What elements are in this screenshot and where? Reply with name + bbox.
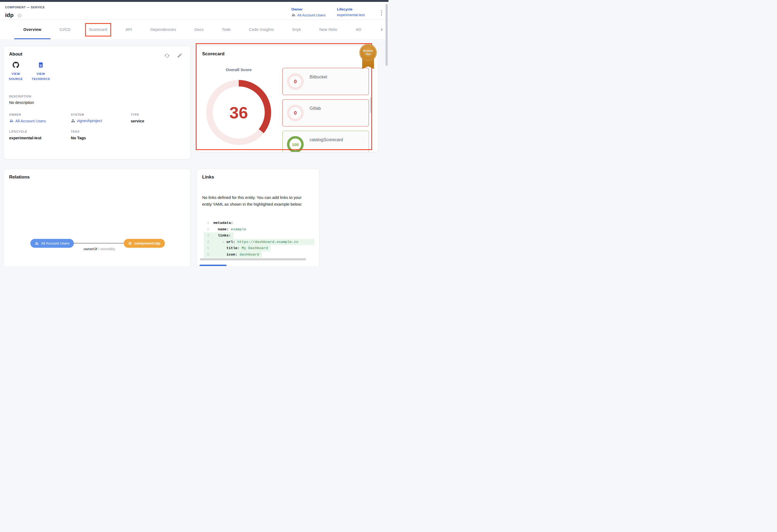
tab-ad[interactable]: AD — [347, 20, 370, 39]
github-icon — [13, 62, 19, 68]
techdocs-document-icon — [37, 62, 44, 68]
code-text: icon: dashboard — [213, 252, 259, 258]
tags-label: TAGS — [71, 130, 80, 133]
scorecard-list-scrollbar[interactable] — [370, 98, 371, 113]
code-horizontal-scrollbar[interactable] — [200, 258, 306, 260]
people-icon — [35, 241, 39, 246]
tab-annotation-rectangle — [85, 23, 111, 36]
system-label: SYSTEM — [71, 113, 84, 116]
code-line-5: 5 title: My Dashboard — [204, 245, 270, 252]
page-vertical-scrollbar[interactable] — [385, 4, 388, 66]
relation-separator: / — [97, 247, 100, 251]
description-value: No description — [9, 100, 34, 105]
yaml-example-code-block: 1metadata:2 name: example3 links:4 - url… — [204, 220, 314, 258]
chip-icon — [128, 241, 132, 245]
score-item-name: catalogScorecard — [310, 137, 343, 142]
relations-card-title: Relations — [9, 174, 30, 180]
header-owner-link[interactable]: All Account Users — [291, 13, 326, 17]
tab-new-relic[interactable]: New Relic — [310, 20, 347, 39]
people-icon — [9, 119, 14, 123]
tab-scorecard[interactable]: Scorecard — [80, 20, 117, 39]
tier-badge-line1: Bronze — [363, 49, 373, 52]
tab-ci-cd[interactable]: CI/CD — [50, 20, 80, 39]
description-label: DESCRIPTION — [9, 95, 31, 98]
relation-node-owner[interactable]: All Account Users — [30, 239, 74, 248]
entity-header: COMPONENT — SERVICE idp Owner All Accoun… — [0, 2, 388, 20]
header-lifecycle: Lifecycle experimental-test — [337, 7, 365, 17]
code-text: metadata: — [213, 220, 233, 226]
code-line-3: 3 links: — [204, 233, 234, 239]
code-text: title: My Dashboard — [213, 245, 268, 252]
line-number: 4 — [204, 239, 209, 245]
relation-edge-line — [73, 243, 126, 244]
overall-score-label: Overall Score — [212, 68, 265, 72]
code-line-1: 1metadata: — [204, 220, 236, 226]
code-text: links: — [213, 233, 231, 239]
line-number: 6 — [204, 252, 209, 258]
line-number: 2 — [204, 226, 209, 233]
entity-overview-page: COMPONENT — SERVICE idp Owner All Accoun… — [0, 0, 388, 266]
code-text: name: example — [213, 226, 246, 233]
tab-dependencies[interactable]: Dependencies — [141, 20, 185, 39]
tab-overview[interactable]: Overview — [14, 20, 50, 39]
relation-node-component[interactable]: component:idp — [124, 239, 165, 248]
owner-value: All Account Users — [15, 119, 46, 123]
favorite-star-icon[interactable] — [17, 13, 22, 18]
score-item-name: Bitbucket — [310, 75, 327, 80]
overall-score-value: 36 — [206, 80, 271, 145]
score-item-bitbucket[interactable]: 0Bitbucket — [283, 68, 369, 95]
edit-pencil-icon[interactable] — [177, 52, 183, 59]
tabs-overflow-chevron-icon[interactable]: › — [378, 20, 386, 39]
bronze-tier-ribbon-badge: Bronze Tier — [360, 44, 376, 69]
tab-todo[interactable]: Todo — [213, 20, 240, 39]
code-line-2: 2 name: example — [204, 226, 249, 233]
page-title: idp — [5, 12, 14, 18]
header-owner-label: Owner — [291, 7, 326, 11]
tab-docs[interactable]: Docs — [185, 20, 213, 39]
type-label: TYPE — [131, 113, 139, 116]
tags-value: No Tags — [71, 136, 86, 140]
tab-code-insights[interactable]: Code Insights — [240, 20, 283, 39]
line-number: 3 — [204, 233, 209, 239]
tab-snyk[interactable]: Snyk — [283, 20, 310, 39]
refresh-icon[interactable] — [164, 52, 171, 59]
code-line-4: 4 - url: https://dashboard.example.co — [204, 239, 314, 245]
code-line-6: 6 icon: dashboard — [204, 252, 262, 258]
system-value: vigneshproject — [77, 119, 102, 123]
owner-label: OWNER — [9, 113, 21, 116]
header-owner: Owner All Account Users — [291, 7, 326, 17]
header-lifecycle-label: Lifecycle — [337, 7, 365, 11]
more-options-kebab-icon[interactable] — [379, 9, 384, 16]
score-item-catalogscorecard[interactable]: 100catalogScorecard — [283, 131, 369, 152]
browser-top-bar — [0, 0, 388, 2]
lifecycle-value: experimental-test — [9, 136, 41, 140]
score-item-gitlab[interactable]: 0Gitlab — [283, 99, 369, 126]
score-item-name: Gitlab — [310, 106, 321, 111]
relation-forward-label: ownerOf — [84, 247, 97, 251]
category-icon — [71, 119, 75, 123]
people-icon — [291, 13, 296, 17]
links-card-title: Links — [202, 174, 214, 180]
view-techdocs-button[interactable]: VIEW TECHDOCS — [27, 62, 54, 82]
relations-card: Relations All Account Users component:id… — [4, 169, 191, 266]
score-ring: 0 — [287, 73, 304, 90]
type-value: service — [131, 119, 144, 123]
tab-api[interactable]: API — [117, 20, 141, 39]
header-owner-value: All Account Users — [297, 13, 326, 17]
about-card-title: About — [9, 51, 22, 57]
entity-kind-breadcrumb: COMPONENT — SERVICE — [5, 6, 45, 9]
owner-link[interactable]: All Account Users — [9, 119, 46, 123]
scorecard-card: Scorecard Overall Score 36 0Bitbucket0Gi… — [197, 46, 378, 152]
view-techdocs-label: VIEW TECHDOCS — [27, 72, 54, 82]
relation-node-owner-label: All Account Users — [41, 241, 70, 245]
view-source-label: VIEW SOURCE — [5, 72, 27, 82]
clipped-blue-button[interactable] — [200, 265, 227, 266]
line-number: 1 — [204, 220, 209, 226]
score-ring: 0 — [287, 105, 304, 121]
relation-node-component-label: component:idp — [134, 241, 160, 245]
view-source-button[interactable]: VIEW SOURCE — [5, 62, 27, 82]
system-link[interactable]: vigneshproject — [71, 119, 102, 123]
links-empty-message: No links defined for this entity. You ca… — [202, 194, 312, 208]
relation-reverse-label: ownedBy — [100, 247, 115, 251]
links-card: Links No links defined for this entity. … — [197, 169, 320, 266]
